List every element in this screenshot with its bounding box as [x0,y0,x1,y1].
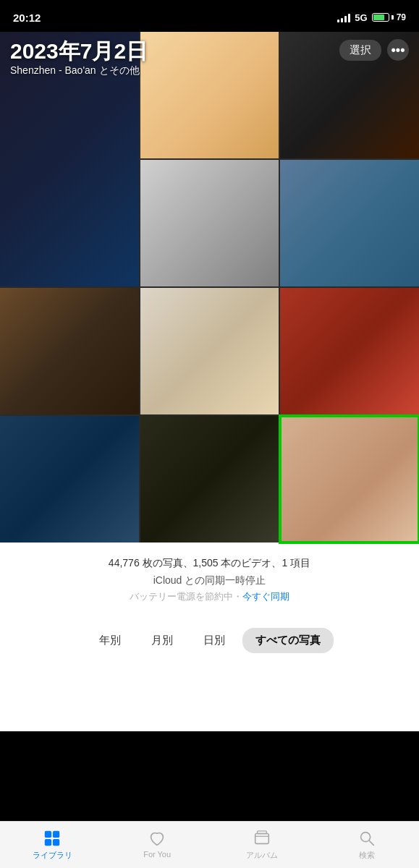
foryou-icon [148,829,166,848]
status-indicators: 5G 79 [337,12,406,23]
icloud-status: iCloud との同期一時停止 [10,574,409,587]
tab-all[interactable]: すべての写真 [242,628,334,653]
header-actions: 選択 ••• [339,39,409,61]
nav-label-library: ライブラリ [33,850,72,861]
network-type: 5G [355,12,367,23]
photo-grid [0,32,419,542]
tab-year[interactable]: 年別 [86,628,134,653]
svg-rect-0 [45,831,51,838]
svg-rect-3 [53,839,59,846]
search-icon [357,829,376,848]
nav-label-albums: アルバム [246,850,278,861]
location-subtitle: Shenzhen - Bao'an とその他 [10,64,409,77]
svg-line-7 [369,841,373,845]
battery-indicator: 79 [372,12,406,22]
nav-label-foryou: For You [143,850,171,859]
svg-rect-2 [45,839,51,846]
photo-cell[interactable] [0,288,139,414]
battery-level: 79 [397,12,406,22]
battery-save-label: バッテリー電源を節約中・ [130,591,242,602]
nav-item-search[interactable]: 検索 [338,829,396,868]
status-time: 20:12 [13,12,41,24]
photo-count: 44,776 枚の写真、1,505 本のビデオ、1 項目 [10,557,409,570]
tab-day[interactable]: 日別 [190,628,238,653]
battery-save-text: バッテリー電源を節約中・今すぐ同期 [10,590,409,603]
photo-cell[interactable] [140,160,279,286]
bottom-nav: ライブラリ For You アルバム 検索 [0,821,419,868]
nav-item-foryou[interactable]: For You [128,829,186,866]
nav-item-library[interactable]: ライブラリ [23,829,81,868]
nav-label-search: 検索 [359,850,375,861]
photo-cell-highlighted[interactable] [280,416,419,542]
svg-rect-1 [53,831,59,838]
more-button[interactable]: ••• [387,39,409,61]
photo-cell[interactable] [140,416,279,542]
sync-now-link[interactable]: 今すぐ同期 [242,591,289,602]
albums-icon [253,829,271,848]
photo-cell[interactable] [0,416,139,542]
nav-item-albums[interactable]: アルバム [233,829,291,868]
filter-tabs: 年別 月別 日別 すべての写真 [0,624,419,666]
select-button[interactable]: 選択 [339,40,381,61]
photo-cell[interactable] [140,288,279,414]
photo-area: 2023年7月2日 Shenzhen - Bao'an とその他 選択 ••• [0,32,419,542]
photo-cell[interactable] [280,288,419,414]
status-bar: 20:12 5G 79 [0,0,419,32]
svg-rect-5 [257,831,266,834]
photo-cell[interactable] [280,160,419,286]
svg-rect-4 [255,834,269,844]
library-icon [43,829,62,848]
tab-month[interactable]: 月別 [138,628,186,653]
info-section: 44,776 枚の写真、1,505 本のビデオ、1 項目 iCloud との同期… [0,542,419,624]
signal-bars-icon [337,12,350,22]
